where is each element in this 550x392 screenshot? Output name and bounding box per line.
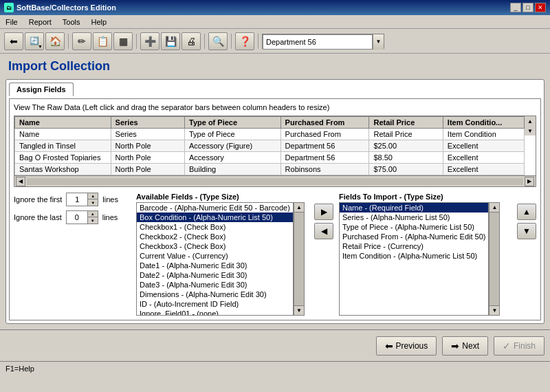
cell-name-3: Santas Workshop: [15, 164, 111, 175]
previous-icon: ⬅: [385, 340, 393, 351]
spinner-up-icon[interactable]: ▲: [88, 193, 98, 199]
move-left-button[interactable]: ◀: [314, 223, 333, 239]
list-item[interactable]: Checkbox1 - (Check Box): [137, 222, 293, 232]
import-fields-scrollbar[interactable]: ▲ ▼: [489, 202, 500, 316]
scroll-right-arrow-icon[interactable]: ▶: [525, 177, 534, 186]
data-table: Name Series Type of Piece Purchased From…: [14, 116, 525, 175]
col-header-retail[interactable]: Retail Price: [369, 117, 443, 129]
col-header-name[interactable]: Name: [15, 117, 111, 129]
toolbar: ⬅ 🔄 ▼ 🏠 ✏ 📋 ▦ ➕ 💾 🖨 🔍 ❓ Department 56 ▼: [0, 29, 550, 54]
spinner-last-down-icon[interactable]: ▼: [88, 217, 98, 224]
cell-purchased-1: Department 56: [280, 140, 369, 152]
next-button[interactable]: ➡ Next: [442, 336, 488, 356]
toolbar-btn-find[interactable]: 🔍: [208, 32, 228, 50]
toolbar-btn-save[interactable]: 💾: [161, 32, 180, 50]
status-bar: F1=Help: [0, 361, 550, 375]
menu-tools[interactable]: Tools: [60, 17, 83, 27]
status-text: F1=Help: [6, 364, 34, 373]
ignore-last-spinner[interactable]: ▲ ▼: [66, 210, 98, 224]
finish-button[interactable]: ✓ Finish: [494, 336, 544, 356]
ignore-last-input[interactable]: [67, 211, 87, 224]
list-item[interactable]: Date3 - (Alpha-Numeric Edit 30): [137, 280, 293, 290]
list-item[interactable]: ID - (Auto-Increment ID Field): [137, 299, 293, 309]
list-item[interactable]: Date1 - (Alpha-Numeric Edit 30): [137, 261, 293, 270]
department-dropdown[interactable]: Department 56: [263, 34, 373, 50]
available-scroll-down-icon[interactable]: ▼: [294, 305, 304, 315]
scroll-bar[interactable]: [27, 178, 523, 185]
list-item[interactable]: Current Value - (Currency): [137, 251, 293, 261]
minimize-button[interactable]: _: [510, 3, 521, 12]
list-item[interactable]: Barcode - (Alpha-Numeric Edit 50 - Barco…: [137, 203, 293, 213]
toolbar-btn-grid[interactable]: ▦: [113, 32, 133, 50]
move-down-button[interactable]: ▼: [517, 223, 536, 239]
scroll-left-arrow-icon[interactable]: ◀: [16, 177, 25, 186]
previous-button[interactable]: ⬅ Previous: [376, 336, 437, 356]
ignore-last-label: Ignore the last: [14, 213, 62, 221]
spinner-down-icon[interactable]: ▼: [88, 199, 98, 206]
scroll-down-arrow-icon[interactable]: ▼: [525, 126, 536, 135]
cell-retail-0: Retail Price: [369, 129, 443, 140]
list-item[interactable]: Checkbox2 - (Check Box): [137, 232, 293, 241]
move-up-button[interactable]: ▲: [517, 204, 536, 220]
toolbar-btn-add[interactable]: ➕: [140, 32, 160, 50]
available-scroll-up-icon[interactable]: ▲: [294, 203, 304, 213]
col-header-condition[interactable]: Item Conditio...: [443, 117, 524, 129]
menu-file[interactable]: File: [3, 17, 21, 27]
col-header-series[interactable]: Series: [111, 117, 184, 129]
toolbar-btn-home[interactable]: 🏠: [45, 32, 65, 50]
list-item[interactable]: Series - (Alpha-Numeric List 50): [340, 213, 488, 222]
toolbar-separator-1: [68, 34, 69, 49]
maximize-button[interactable]: □: [522, 3, 534, 12]
table-vertical-scrollbar[interactable]: ▲ ▼: [525, 116, 536, 135]
list-item[interactable]: Checkbox3 - (Check Box): [137, 241, 293, 251]
list-item[interactable]: Type of Piece - (Alpha-Numeric List 50): [340, 222, 488, 232]
app-title: SoftBase/Collectors Edition: [16, 3, 116, 12]
table-horizontal-scrollbar[interactable]: ◀ ▶: [14, 175, 536, 186]
import-fields-list[interactable]: Name - (Required Field) Series - (Alpha-…: [339, 202, 489, 316]
list-item[interactable]: Date2 - (Alpha-Numeric Edit 30): [137, 270, 293, 280]
cell-purchased-0: Purchased From: [280, 129, 369, 140]
list-item[interactable]: Name - (Required Field): [340, 203, 488, 213]
toolbar-btn-edit[interactable]: ✏: [72, 32, 91, 50]
move-right-button[interactable]: ▶: [314, 204, 333, 220]
instruction-text: View The Raw Data (Left click and drag t…: [14, 103, 536, 111]
data-table-wrapper: Name Series Type of Piece Purchased From…: [14, 116, 536, 187]
tab-assign-fields[interactable]: Assign Fields: [9, 83, 74, 96]
finish-label: Finish: [514, 341, 536, 351]
cell-series-3: North Pole: [111, 164, 184, 175]
list-item[interactable]: Purchased From - (Alpha-Numeric Edit 50): [340, 232, 488, 241]
list-item[interactable]: Retail Price - (Currency): [340, 241, 488, 251]
ignore-section: Ignore the first ▲ ▼ lines Ignore the la…: [14, 193, 131, 224]
department-dropdown-wrapper[interactable]: Department 56 ▼: [262, 34, 384, 49]
available-fields-scrollbar[interactable]: ▲ ▼: [294, 202, 305, 316]
toolbar-btn-help[interactable]: ❓: [235, 32, 254, 50]
toolbar-btn-print[interactable]: 🖨: [182, 32, 201, 50]
menu-help[interactable]: Help: [88, 17, 109, 27]
col-header-type[interactable]: Type of Piece: [184, 117, 280, 129]
previous-label: Previous: [396, 341, 428, 351]
spinner-last-up-icon[interactable]: ▲: [88, 211, 98, 217]
import-scroll-down-icon[interactable]: ▼: [490, 305, 499, 315]
list-item[interactable]: Item Condition - (Alpha-Numeric List 50): [340, 251, 488, 261]
import-scroll-up-icon[interactable]: ▲: [490, 203, 499, 213]
ignore-last-suffix: lines: [102, 213, 118, 221]
ignore-first-spinner[interactable]: ▲ ▼: [66, 193, 98, 206]
toolbar-btn-refresh[interactable]: 🔄 ▼: [25, 32, 44, 50]
menu-report[interactable]: Report: [26, 17, 54, 27]
table-area: Name Series Type of Piece Purchased From…: [14, 116, 536, 175]
toolbar-btn-back[interactable]: ⬅: [4, 32, 23, 50]
scroll-up-arrow-icon[interactable]: ▲: [525, 116, 536, 126]
col-header-purchased[interactable]: Purchased From: [280, 117, 369, 129]
dropdown-arrow-icon[interactable]: ▼: [373, 34, 384, 50]
list-item[interactable]: Ignore_Field01 - (none): [137, 309, 293, 316]
list-item[interactable]: Dimensions - (Alpha-Numeric Edit 30): [137, 290, 293, 299]
title-controls[interactable]: _ □ ✕: [510, 3, 546, 12]
cell-series-1: North Pole: [111, 140, 184, 152]
close-button[interactable]: ✕: [535, 3, 546, 12]
cell-retail-3: $75.00: [369, 164, 443, 175]
list-item[interactable]: Box Condition - (Alpha-Numeric List 50): [137, 213, 293, 222]
available-fields-list[interactable]: Barcode - (Alpha-Numeric Edit 50 - Barco…: [136, 202, 294, 316]
toolbar-btn-clipboard[interactable]: 📋: [93, 32, 112, 50]
toolbar-separator-4: [231, 34, 232, 49]
ignore-first-input[interactable]: [67, 193, 87, 206]
